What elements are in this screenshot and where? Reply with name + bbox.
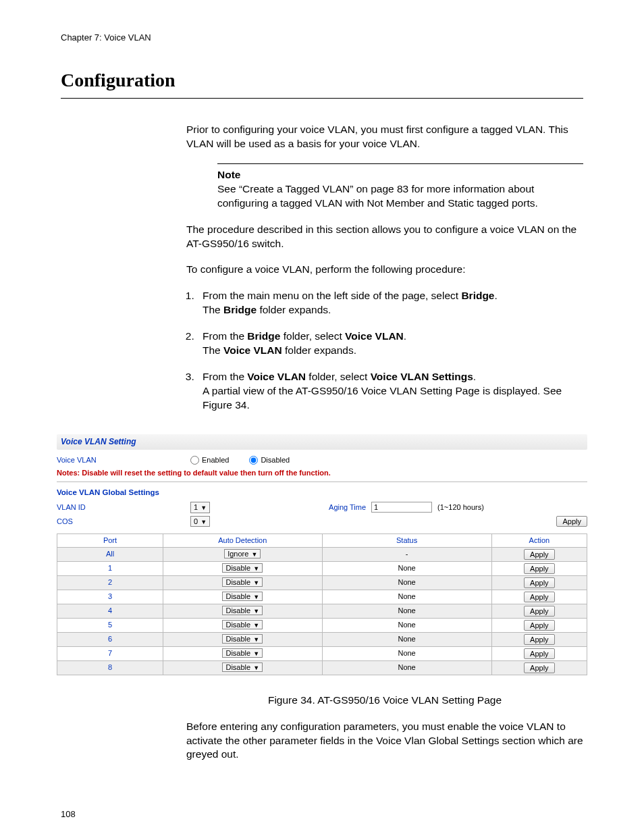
auto-detection-cell: Disable▼ [163, 646, 323, 660]
enabled-radio[interactable]: Enabled [190, 455, 229, 465]
action-cell: Apply [491, 618, 587, 632]
auto-detection-select[interactable]: Disable▼ [222, 592, 263, 601]
auto-detection-cell: Disable▼ [163, 604, 323, 618]
chapter-header: Chapter 7: Voice VLAN [61, 32, 583, 43]
col-action: Action [491, 534, 587, 547]
auto-detection-select[interactable]: Ignore▼ [224, 549, 261, 558]
page-title: Configuration [61, 70, 583, 95]
port-cell: 2 [57, 575, 163, 590]
chevron-down-icon: ▼ [253, 565, 259, 572]
col-auto-detection: Auto Detection [163, 534, 323, 547]
title-rule [61, 98, 583, 99]
apply-button[interactable]: Apply [524, 592, 555, 602]
chevron-down-icon: ▼ [253, 664, 259, 671]
port-cell: 7 [57, 646, 163, 660]
procedure-steps: From the main menu on the left side of t… [186, 289, 583, 412]
table-row: 2Disable▼NoneApply [57, 575, 587, 590]
auto-detection-cell: Disable▼ [163, 618, 323, 632]
apply-button[interactable]: Apply [524, 634, 555, 645]
action-cell: Apply [491, 632, 587, 646]
table-row: AllIgnore▼-Apply [57, 547, 587, 561]
table-row: 1Disable▼NoneApply [57, 561, 587, 575]
chevron-down-icon: ▼ [200, 504, 207, 511]
apply-button[interactable]: Apply [524, 606, 555, 617]
figure-caption: Figure 34. AT-GS950/16 Voice VLAN Settin… [186, 694, 583, 706]
chevron-down-icon: ▼ [200, 519, 207, 525]
table-row: 5Disable▼NoneApply [57, 618, 587, 632]
auto-detection-select[interactable]: Disable▼ [222, 606, 263, 615]
table-row: 7Disable▼NoneApply [57, 646, 587, 660]
note-text: See “Create a Tagged VLAN” on page 83 fo… [217, 182, 583, 211]
note-box: Note See “Create a Tagged VLAN” on page … [217, 163, 583, 211]
auto-detection-select[interactable]: Disable▼ [222, 563, 263, 573]
chevron-down-icon: ▼ [253, 608, 259, 615]
step-1: From the main menu on the left side of t… [197, 289, 583, 317]
table-row: 3Disable▼NoneApply [57, 590, 587, 604]
port-cell: 4 [57, 604, 163, 618]
auto-detection-cell: Disable▼ [163, 660, 323, 675]
auto-detection-cell: Disable▼ [163, 575, 323, 590]
table-row: 6Disable▼NoneApply [57, 632, 587, 646]
panel-title: Voice VLAN Setting [57, 434, 587, 450]
embedded-screenshot: Voice VLAN Setting Voice VLAN Enabled Di… [55, 432, 589, 678]
apply-button[interactable]: Apply [524, 577, 555, 588]
action-cell: Apply [491, 646, 587, 660]
outro-paragraph: Before entering any configuration parame… [186, 720, 583, 762]
aging-time-label: Aging Time [329, 502, 366, 512]
enabled-radio-input[interactable] [190, 456, 199, 465]
apply-button[interactable]: Apply [524, 648, 555, 659]
cos-label: COS [57, 517, 185, 526]
status-cell: None [322, 660, 491, 675]
auto-detection-select[interactable]: Disable▼ [222, 648, 263, 658]
note-label: Note [217, 168, 583, 182]
status-cell: - [322, 547, 491, 561]
auto-detection-cell: Disable▼ [163, 561, 323, 575]
status-cell: None [322, 632, 491, 646]
vlan-id-select[interactable]: 1▼ [190, 502, 210, 513]
auto-detection-cell: Disable▼ [163, 590, 323, 604]
voice-vlan-label: Voice VLAN [57, 455, 185, 465]
chevron-down-icon: ▼ [253, 594, 259, 600]
aging-time-hint: (1~120 hours) [437, 502, 484, 512]
port-cell: 8 [57, 660, 163, 675]
port-cell: 3 [57, 590, 163, 604]
chevron-down-icon: ▼ [253, 650, 259, 657]
apply-button[interactable]: Apply [556, 516, 587, 527]
step-3: From the Voice VLAN folder, select Voice… [197, 370, 583, 413]
global-settings-heading: Voice VLAN Global Settings [57, 488, 587, 498]
auto-detection-select[interactable]: Disable▼ [222, 577, 263, 587]
apply-button[interactable]: Apply [524, 563, 555, 574]
status-cell: None [322, 618, 491, 632]
port-cell: 5 [57, 618, 163, 632]
disabled-radio-input[interactable] [249, 456, 258, 465]
port-cell: 6 [57, 632, 163, 646]
auto-detection-cell: Ignore▼ [163, 547, 323, 561]
cos-select[interactable]: 0▼ [190, 516, 210, 527]
aging-time-input[interactable] [371, 502, 432, 513]
chevron-down-icon: ▼ [253, 579, 259, 586]
apply-button[interactable]: Apply [524, 620, 555, 631]
apply-button[interactable]: Apply [524, 662, 555, 673]
port-cell: All [57, 547, 163, 561]
status-cell: None [322, 575, 491, 590]
intro-paragraph-2: The procedure described in this section … [186, 223, 583, 251]
auto-detection-select[interactable]: Disable▼ [222, 634, 263, 644]
page-number: 108 [61, 809, 583, 819]
auto-detection-select[interactable]: Disable▼ [222, 662, 263, 672]
intro-paragraph-3: To configure a voice VLAN, perform the f… [186, 263, 583, 277]
action-cell: Apply [491, 547, 587, 561]
auto-detection-select[interactable]: Disable▼ [222, 620, 263, 629]
action-cell: Apply [491, 590, 587, 604]
chevron-down-icon: ▼ [251, 551, 257, 558]
apply-button[interactable]: Apply [524, 549, 555, 560]
col-port: Port [57, 534, 163, 547]
status-cell: None [322, 646, 491, 660]
disabled-radio[interactable]: Disabled [249, 455, 290, 465]
status-cell: None [322, 604, 491, 618]
warning-note: Notes: Disable will reset the setting to… [57, 468, 587, 477]
auto-detection-cell: Disable▼ [163, 632, 323, 646]
chevron-down-icon: ▼ [253, 636, 259, 643]
col-status: Status [322, 534, 491, 547]
table-row: 8Disable▼NoneApply [57, 660, 587, 675]
intro-paragraph-1: Prior to configuring your voice VLAN, yo… [186, 123, 583, 151]
